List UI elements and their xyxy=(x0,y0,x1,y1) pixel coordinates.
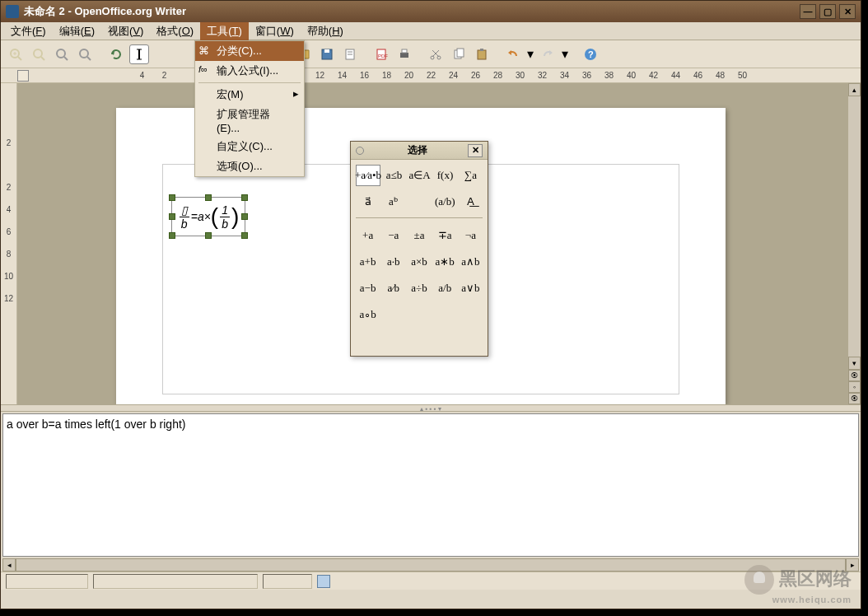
export-pdf-button[interactable]: PDF xyxy=(371,44,391,64)
category-cell[interactable]: a∈A xyxy=(408,165,432,186)
scroll-page-up-button[interactable]: ⦿ xyxy=(848,370,861,381)
redo-dropdown[interactable]: ▾ xyxy=(561,44,569,64)
watermark-icon xyxy=(744,565,774,595)
selection-panel-close-button[interactable]: ✕ xyxy=(468,144,483,157)
minimize-button[interactable]: — xyxy=(800,4,816,19)
svg-rect-16 xyxy=(324,49,329,53)
operator-cell[interactable]: a∨b xyxy=(459,278,483,299)
menu-file[interactable]: 文件(F) xyxy=(4,22,53,40)
operator-cell[interactable]: a+b xyxy=(356,251,380,273)
catalog-icon: ⌘ xyxy=(198,44,212,58)
operator-cell[interactable]: ∓a xyxy=(433,225,457,246)
scroll-nav-button[interactable]: ◦ xyxy=(848,381,861,393)
operator-cell[interactable]: a⁄b xyxy=(381,278,405,299)
zoom-page-button[interactable] xyxy=(75,44,95,64)
resize-handle-mr[interactable] xyxy=(241,213,248,220)
formula-cursor-button[interactable] xyxy=(129,44,149,64)
category-cell[interactable]: f(x) xyxy=(433,165,457,186)
tools-dropdown: ⌘ 分类(C)... f∞ 输入公式(I)... 宏(M)▸ 扩展管理器(E).… xyxy=(194,40,305,177)
category-cell[interactable]: +a⁄a•b xyxy=(356,165,380,186)
menu-item-customize[interactable]: 自定义(C)... xyxy=(195,137,304,156)
menu-edit[interactable]: 编辑(E) xyxy=(53,22,101,40)
zoom-in-button[interactable] xyxy=(6,44,26,64)
svg-point-4 xyxy=(34,49,42,58)
close-button[interactable]: ✕ xyxy=(839,4,856,19)
undo-dropdown[interactable]: ▾ xyxy=(526,44,534,64)
selection-panel-titlebar[interactable]: 选择 ✕ xyxy=(351,142,488,160)
scroll-up-button[interactable]: ▴ xyxy=(848,83,861,96)
operator-cell[interactable]: a∗b xyxy=(433,251,457,273)
hscroll-thumb[interactable] xyxy=(16,558,846,572)
menu-help[interactable]: 帮助(H) xyxy=(301,22,350,40)
undo-button[interactable] xyxy=(503,44,523,64)
operator-cell[interactable]: +a xyxy=(356,225,380,246)
menu-item-import-formula[interactable]: f∞ 输入公式(I)... xyxy=(195,61,304,81)
pane-splitter[interactable]: ▴ ▪ ▪ ▪ ▾ xyxy=(1,404,861,412)
zoom-100-button[interactable] xyxy=(52,44,72,64)
operator-cell[interactable]: a÷b xyxy=(407,278,431,299)
help-button[interactable]: ? xyxy=(581,44,600,64)
zoom-out-button[interactable] xyxy=(29,44,49,64)
menu-format[interactable]: 格式(O) xyxy=(150,22,200,40)
maximize-button[interactable]: ▢ xyxy=(819,4,836,19)
save-button[interactable] xyxy=(317,44,337,64)
operator-cell[interactable]: a/b xyxy=(433,278,457,299)
operator-cell[interactable]: ±a xyxy=(407,225,431,246)
menu-item-options[interactable]: 选项(O)... xyxy=(195,156,304,176)
operator-cell[interactable]: a∧b xyxy=(459,251,483,273)
copy-button[interactable] xyxy=(449,44,469,64)
operator-cell[interactable]: a×b xyxy=(407,251,431,273)
category-cell[interactable]: (a/b) xyxy=(433,191,457,212)
svg-line-1 xyxy=(18,57,21,60)
svg-rect-30 xyxy=(478,50,486,59)
menu-item-catalog[interactable]: ⌘ 分类(C)... xyxy=(195,41,304,61)
operator-cell[interactable]: −a xyxy=(381,225,405,246)
redo-button[interactable] xyxy=(538,44,558,64)
operator-cell xyxy=(459,304,483,325)
menu-view[interactable]: 视图(V) xyxy=(101,22,150,40)
svg-rect-31 xyxy=(480,49,483,51)
app-window: 未命名 2 - OpenOffice.org Writer — ▢ ✕ 文件(F… xyxy=(0,0,861,609)
menu-item-extension-manager[interactable]: 扩展管理器(E)... xyxy=(195,105,304,137)
category-cell[interactable]: ∑a xyxy=(459,165,483,186)
menu-window[interactable]: 窗口(W) xyxy=(249,22,301,40)
resize-handle-tl[interactable] xyxy=(169,194,175,201)
scroll-thumb[interactable] xyxy=(848,96,861,357)
status-cell-3 xyxy=(263,574,312,589)
resize-handle-tc[interactable] xyxy=(205,194,212,201)
menu-item-macros[interactable]: 宏(M)▸ xyxy=(195,85,304,105)
resize-handle-br[interactable] xyxy=(241,232,248,239)
operator-cell[interactable]: a·b xyxy=(381,251,405,273)
scroll-down-button[interactable]: ▾ xyxy=(848,357,861,370)
resize-handle-bc[interactable] xyxy=(205,232,212,239)
formula-code-editor[interactable]: a over b=a times left(1 over b right) xyxy=(2,413,859,557)
operator-cell[interactable]: ¬a xyxy=(459,225,483,246)
resize-handle-ml[interactable] xyxy=(169,213,175,220)
category-cell[interactable]: aᵇ xyxy=(381,191,405,212)
horizontal-scrollbar[interactable]: ◂ ▸ xyxy=(2,558,859,572)
hscroll-left-button[interactable]: ◂ xyxy=(2,558,16,572)
resize-handle-tr[interactable] xyxy=(241,194,248,201)
category-cell[interactable]: A͟ xyxy=(459,191,483,212)
category-cell[interactable] xyxy=(407,191,431,212)
refresh-button[interactable] xyxy=(106,44,126,64)
formula-object[interactable]: ▯b = a × ( 1b ) xyxy=(171,197,245,236)
operator-cell[interactable]: a−b xyxy=(356,278,380,299)
category-cell[interactable]: a≤b xyxy=(382,165,406,186)
cut-button[interactable] xyxy=(426,44,446,64)
paste-button[interactable] xyxy=(472,44,492,64)
category-cell[interactable]: a⃗ xyxy=(356,191,380,212)
svg-marker-33 xyxy=(549,50,553,55)
menu-tools[interactable]: 工具(T) xyxy=(200,22,249,40)
document-button[interactable] xyxy=(340,44,360,64)
menubar: 文件(F) 编辑(E) 视图(V) 格式(O) 工具(T) 窗口(W) 帮助(H… xyxy=(1,22,861,40)
svg-line-9 xyxy=(87,57,91,60)
print-button[interactable] xyxy=(394,44,414,64)
resize-handle-bl[interactable] xyxy=(169,232,175,239)
selection-panel-title: 选择 xyxy=(367,143,468,157)
vertical-scrollbar[interactable]: ▴ ▾ ⦿ ◦ ⦿ xyxy=(847,83,861,404)
scroll-page-down-button[interactable]: ⦿ xyxy=(848,393,861,404)
menu-separator xyxy=(198,82,301,83)
operator-cell[interactable]: a∘b xyxy=(356,304,380,325)
svg-rect-22 xyxy=(400,53,408,58)
